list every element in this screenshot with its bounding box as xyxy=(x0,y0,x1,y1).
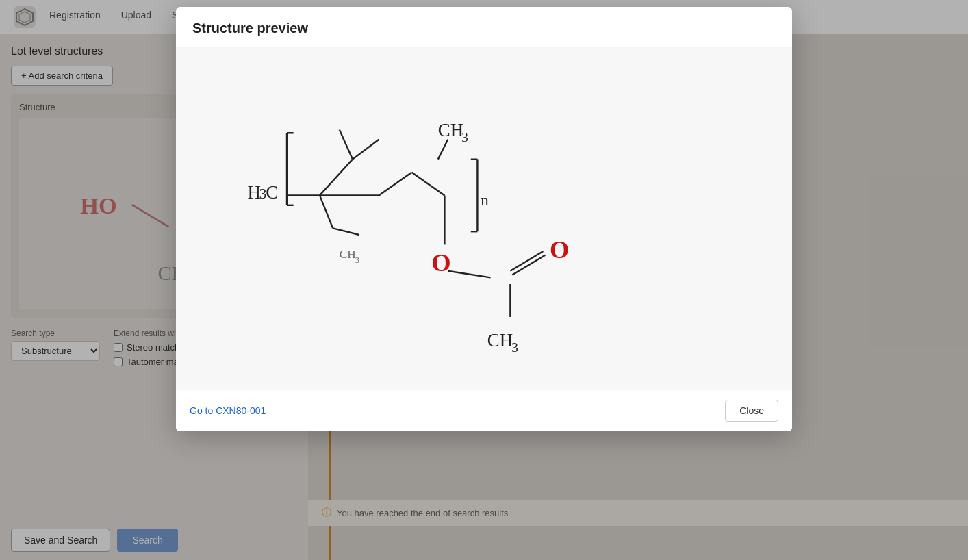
svg-line-37 xyxy=(512,255,545,275)
svg-text:C: C xyxy=(266,182,278,203)
svg-line-23 xyxy=(340,129,353,159)
svg-line-20 xyxy=(333,228,359,235)
svg-text:CH: CH xyxy=(438,120,463,140)
svg-text:O: O xyxy=(550,236,569,264)
svg-text:n: n xyxy=(481,191,489,209)
svg-text:3: 3 xyxy=(511,340,518,355)
modal-title: Structure preview xyxy=(192,21,308,36)
svg-line-25 xyxy=(411,173,444,196)
modal-footer: Go to CXN80-001 Close xyxy=(176,390,792,431)
svg-line-22 xyxy=(353,140,379,160)
svg-text:3: 3 xyxy=(355,255,359,265)
svg-line-19 xyxy=(320,195,333,228)
close-button[interactable]: Close xyxy=(725,400,778,422)
svg-text:O: O xyxy=(431,249,450,277)
modal-header: Structure preview xyxy=(176,7,792,47)
modal-body: H 3 C CH 3 xyxy=(176,47,792,390)
modal-molecule-svg: H 3 C CH 3 xyxy=(176,54,792,383)
svg-line-36 xyxy=(510,251,543,271)
svg-line-24 xyxy=(379,173,411,196)
svg-line-28 xyxy=(438,140,448,160)
svg-text:CH: CH xyxy=(487,330,513,351)
svg-text:3: 3 xyxy=(461,130,468,144)
modal-overlay: Structure preview H 3 C xyxy=(0,0,968,560)
structure-preview-modal: Structure preview H 3 C xyxy=(176,7,792,431)
svg-line-18 xyxy=(320,160,353,196)
svg-text:CH: CH xyxy=(340,248,356,261)
go-to-link[interactable]: Go to CXN80-001 xyxy=(190,405,266,416)
svg-line-35 xyxy=(448,271,490,278)
